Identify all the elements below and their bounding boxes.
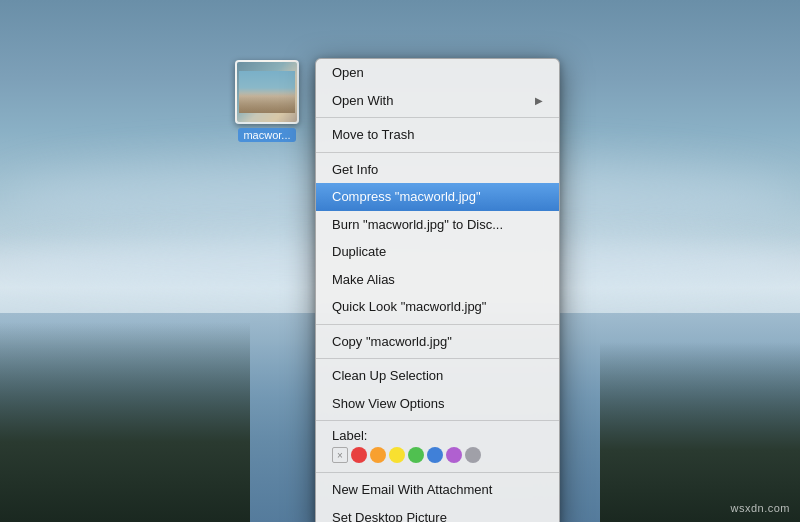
menu-item-clean-up[interactable]: Clean Up Selection xyxy=(316,362,559,390)
menu-item-quick-look[interactable]: Quick Look "macworld.jpg" xyxy=(316,293,559,321)
label-green-button[interactable] xyxy=(408,447,424,463)
label-purple-button[interactable] xyxy=(446,447,462,463)
label-gray-button[interactable] xyxy=(465,447,481,463)
menu-item-compress[interactable]: Compress "macworld.jpg" xyxy=(316,183,559,211)
watermark: wsxdn.com xyxy=(730,502,790,514)
file-thumbnail xyxy=(235,60,299,124)
file-label: macwor... xyxy=(238,128,295,142)
separator-6 xyxy=(316,472,559,473)
label-section: Label: × xyxy=(316,424,559,469)
separator-4 xyxy=(316,358,559,359)
label-red-button[interactable] xyxy=(351,447,367,463)
menu-item-get-info[interactable]: Get Info xyxy=(316,156,559,184)
context-menu: Open Open With ▶ Move to Trash Get Info … xyxy=(315,58,560,522)
menu-item-set-desktop[interactable]: Set Desktop Picture xyxy=(316,504,559,523)
menu-item-open[interactable]: Open xyxy=(316,59,559,87)
photo-thumbnail xyxy=(239,71,295,113)
label-orange-button[interactable] xyxy=(370,447,386,463)
label-title: Label: xyxy=(332,428,543,443)
label-blue-button[interactable] xyxy=(427,447,443,463)
menu-item-make-alias[interactable]: Make Alias xyxy=(316,266,559,294)
file-icon[interactable]: macwor... xyxy=(235,60,299,142)
separator-1 xyxy=(316,117,559,118)
menu-item-duplicate[interactable]: Duplicate xyxy=(316,238,559,266)
separator-5 xyxy=(316,420,559,421)
label-none-button[interactable]: × xyxy=(332,447,348,463)
label-yellow-button[interactable] xyxy=(389,447,405,463)
menu-item-burn[interactable]: Burn "macworld.jpg" to Disc... xyxy=(316,211,559,239)
trees-right xyxy=(600,342,800,522)
menu-item-view-options[interactable]: Show View Options xyxy=(316,390,559,418)
submenu-arrow-icon: ▶ xyxy=(535,93,543,108)
menu-item-copy[interactable]: Copy "macworld.jpg" xyxy=(316,328,559,356)
trees-left xyxy=(0,322,250,522)
menu-item-new-email[interactable]: New Email With Attachment xyxy=(316,476,559,504)
menu-item-open-with[interactable]: Open With ▶ xyxy=(316,87,559,115)
label-colors[interactable]: × xyxy=(332,447,543,463)
menu-item-move-to-trash[interactable]: Move to Trash xyxy=(316,121,559,149)
separator-2 xyxy=(316,152,559,153)
separator-3 xyxy=(316,324,559,325)
